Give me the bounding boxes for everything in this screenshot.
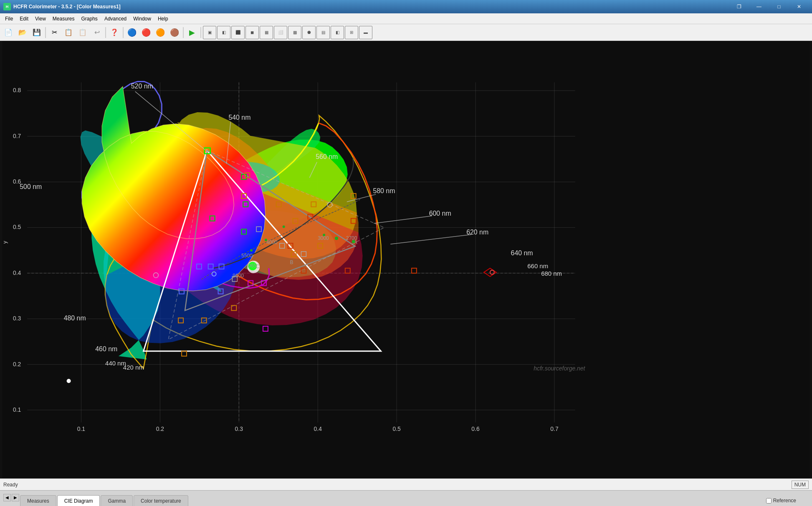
svg-text:0.6: 0.6 — [471, 425, 480, 432]
svg-text:0.2: 0.2 — [156, 425, 164, 432]
menu-window[interactable]: Window — [130, 15, 154, 23]
svg-text:0.4: 0.4 — [13, 269, 21, 276]
title-bar: H HCFR Colorimeter - 3.5.2 - [Color Meas… — [0, 0, 812, 13]
toolbar-help[interactable]: ❓ — [108, 26, 121, 39]
toolbar-sep-5 — [200, 27, 201, 38]
svg-text:480 nm: 480 nm — [64, 315, 86, 322]
reference-label: Reference — [773, 498, 796, 503]
toolbar-view-2[interactable]: ◧ — [217, 26, 230, 39]
tab-cie-diagram[interactable]: CIE Diagram — [57, 495, 100, 506]
status-right: NUM — [792, 481, 809, 489]
minimize-button[interactable]: — — [749, 0, 769, 13]
close-button[interactable]: ✕ — [789, 0, 809, 13]
svg-point-116 — [335, 237, 338, 240]
svg-text:0.2: 0.2 — [13, 361, 21, 368]
title-text: HCFR Colorimeter - 3.5.2 - [Color Measur… — [13, 4, 121, 10]
svg-point-117 — [352, 240, 355, 243]
svg-text:0.3: 0.3 — [235, 425, 243, 432]
window-controls: ❐ — □ ✕ — [729, 0, 809, 13]
toolbar-calibrate[interactable]: 🔴 — [139, 26, 153, 39]
svg-text:0.5: 0.5 — [392, 425, 401, 432]
svg-text:680 nm: 680 nm — [541, 270, 562, 277]
toolbar-view-6[interactable]: ⬜ — [274, 26, 287, 39]
svg-text:620 nm: 620 nm — [466, 229, 488, 236]
menu-advanced[interactable]: Advanced — [101, 15, 130, 23]
status-bar: Ready NUM — [0, 478, 812, 490]
toolbar-sep-2 — [105, 27, 106, 38]
toolbar-view-1[interactable]: ▣ — [203, 26, 216, 39]
menu-bar: File Edit View Measures Graphs Advanced … — [0, 13, 812, 24]
status-text: Ready — [3, 482, 18, 488]
svg-point-119 — [283, 225, 285, 228]
toolbar-save[interactable]: 💾 — [30, 26, 43, 39]
svg-text:9300: 9300 — [233, 273, 244, 279]
toolbar-view-11[interactable]: ⊞ — [345, 26, 358, 39]
toolbar-view-9[interactable]: ▤ — [316, 26, 330, 39]
toolbar-paste[interactable]: 📋 — [76, 26, 89, 39]
toolbar-view-10[interactable]: ◧ — [331, 26, 344, 39]
main-area: 0.8 0.7 0.6 0.5 0.4 0.3 0.2 0.1 0.1 0.2 … — [0, 41, 812, 478]
menu-help[interactable]: Help — [154, 15, 172, 23]
cie-diagram-svg: 0.8 0.7 0.6 0.5 0.4 0.3 0.2 0.1 0.1 0.2 … — [0, 41, 812, 478]
toolbar-view-4[interactable]: ◼ — [245, 26, 259, 39]
maximize-button[interactable]: □ — [769, 0, 789, 13]
toolbar-copy[interactable]: 📋 — [62, 26, 75, 39]
svg-text:C: C — [256, 264, 260, 269]
toolbar-device[interactable]: 🔵 — [125, 26, 139, 39]
toolbar-undo[interactable]: ↩ — [90, 26, 104, 39]
menu-graphs[interactable]: Graphs — [78, 15, 101, 23]
toolbar-sep-3 — [123, 27, 124, 38]
svg-text:0.8: 0.8 — [13, 87, 21, 93]
toolbar-view-8[interactable]: ⬟ — [302, 26, 316, 39]
toolbar-sep-4 — [183, 27, 184, 38]
tab-gamma[interactable]: Gamma — [101, 495, 133, 506]
inner-restore-button[interactable]: ❐ — [729, 0, 749, 13]
svg-text:660 nm: 660 nm — [527, 263, 548, 269]
num-indicator: NUM — [792, 481, 809, 489]
tab-measures[interactable]: Measures — [20, 495, 56, 506]
tab-color-temperature[interactable]: Color temperature — [134, 495, 188, 506]
toolbar-reference[interactable]: 🟤 — [168, 26, 181, 39]
svg-text:hcfr.sourceforge.net: hcfr.sourceforge.net — [534, 365, 585, 372]
svg-text:0.7: 0.7 — [550, 425, 559, 432]
title-bar-left: H HCFR Colorimeter - 3.5.2 - [Color Meas… — [3, 3, 121, 10]
toolbar-play[interactable]: ▶ — [185, 26, 199, 39]
toolbar-sep-1 — [45, 27, 46, 38]
svg-text:420 nm: 420 nm — [123, 364, 144, 371]
tab-nav-left[interactable]: ◀ — [3, 494, 11, 501]
toolbar-new[interactable]: 📄 — [2, 26, 15, 39]
toolbar-view-12[interactable]: ▬ — [359, 26, 372, 39]
reference-checkbox[interactable] — [766, 498, 772, 503]
svg-text:0.1: 0.1 — [13, 406, 21, 413]
svg-text:3000: 3000 — [318, 235, 329, 241]
svg-text:B: B — [290, 259, 293, 265]
svg-text:600 nm: 600 nm — [429, 210, 451, 217]
svg-text:0.5: 0.5 — [13, 224, 21, 230]
y-axis-label: y — [2, 241, 8, 244]
svg-point-120 — [265, 239, 267, 241]
toolbar-pattern[interactable]: 🟠 — [154, 26, 167, 39]
reference-area: Reference — [766, 498, 796, 503]
svg-text:5500: 5500 — [241, 253, 253, 259]
tab-bar: ◀ ▶ Measures CIE Diagram Gamma Color tem… — [0, 490, 812, 506]
toolbar: 📄 📂 💾 ✂ 📋 📋 ↩ ❓ 🔵 🔴 🟠 🟤 ▶ ▣ ◧ ⬛ ◼ ▦ ⬜ ▩ … — [0, 24, 812, 41]
menu-file[interactable]: File — [2, 15, 16, 23]
svg-text:500 nm: 500 nm — [20, 183, 42, 190]
toolbar-view-7[interactable]: ▩ — [288, 26, 301, 39]
menu-view[interactable]: View — [32, 15, 49, 23]
menu-measures[interactable]: Measures — [49, 15, 78, 23]
svg-point-86 — [67, 379, 71, 383]
toolbar-open[interactable]: 📂 — [16, 26, 29, 39]
svg-point-118 — [323, 234, 325, 236]
svg-text:0.4: 0.4 — [314, 425, 322, 432]
toolbar-view-5[interactable]: ▦ — [260, 26, 273, 39]
app-icon: H — [3, 3, 11, 10]
svg-text:640 nm: 640 nm — [511, 249, 533, 257]
svg-text:460 nm: 460 nm — [95, 345, 117, 352]
svg-text:540 nm: 540 nm — [228, 114, 250, 121]
toolbar-view-3[interactable]: ⬛ — [231, 26, 245, 39]
tab-nav-right[interactable]: ▶ — [12, 494, 19, 501]
menu-edit[interactable]: Edit — [16, 15, 32, 23]
svg-text:0.3: 0.3 — [13, 315, 21, 322]
toolbar-cut[interactable]: ✂ — [48, 26, 61, 39]
